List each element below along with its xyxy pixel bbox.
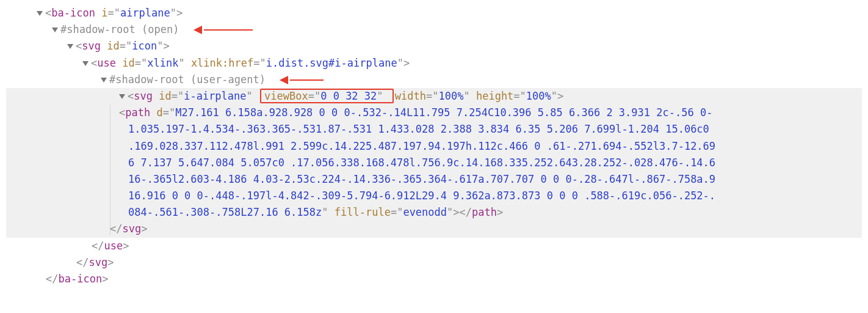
attr-height: height [476, 90, 513, 102]
val-width: 100% [438, 90, 463, 102]
tag-svg-close: svg [122, 223, 141, 235]
tag-svg-close: svg [89, 256, 107, 268]
annotation-arrow-icon [195, 27, 253, 33]
tag-svg: svg [134, 90, 153, 102]
tag-path: path [125, 106, 150, 119]
val-path-d: M27.161 6.158a.928.928 0 0 0-.532-.14L11… [128, 106, 715, 218]
val-height: 100% [526, 90, 551, 102]
chevron-down-icon[interactable] [119, 94, 125, 99]
attr-i: i [101, 7, 107, 19]
attr-xlink-href: xlink:href [191, 57, 253, 69]
attr-id: id [159, 90, 171, 102]
tree-row-shadow-root-user-agent[interactable]: #shadow-root (user-agent) [101, 72, 862, 88]
tree-row-svg-icon[interactable]: <svg id="icon"> [67, 38, 862, 54]
chevron-down-icon[interactable] [52, 28, 58, 32]
attr-fill-rule: fill-rule [335, 206, 391, 218]
tag-ba-icon: ba-icon [51, 7, 95, 19]
chevron-down-icon[interactable] [82, 61, 89, 66]
tree-row-use[interactable]: <use id="xlink" xlink:href="i.dist.svg#i… [82, 55, 862, 72]
chevron-down-icon[interactable] [67, 44, 73, 49]
tree-row-close-ba-icon[interactable]: </ba-icon> [46, 271, 862, 287]
viewbox-highlight: viewBox="0 0 32 32" [260, 89, 394, 103]
shadow-root-user-agent-label: #shadow-root (user-agent) [109, 73, 266, 86]
tree-row-ba-icon-open[interactable]: <ba-icon i="airplane"> [37, 5, 862, 21]
val-airplane: airplane [120, 7, 170, 19]
attr-width: width [395, 90, 426, 102]
tree-row-close-svg-inner[interactable]: </svg> [110, 221, 856, 237]
selected-node-svg-i-airplane[interactable]: <svg id="i-airplane" viewBox="0 0 32 32"… [6, 88, 862, 238]
annotation-arrow-icon [281, 77, 324, 83]
tree-row-svg-i-airplane[interactable]: <svg id="i-airplane" viewBox="0 0 32 32"… [119, 88, 856, 105]
tree-row-close-use[interactable]: </use> [92, 238, 862, 254]
shadow-root-open-label: #shadow-root (open) [60, 23, 179, 35]
val-i-airplane: i-airplane [184, 90, 246, 102]
attr-d: d [156, 106, 162, 119]
tag-path-close: path [472, 206, 497, 218]
chevron-down-icon[interactable] [101, 78, 107, 83]
val-fill-rule: evenodd [403, 206, 447, 218]
chevron-down-icon[interactable] [37, 11, 43, 16]
tag-ba-icon-close: ba-icon [58, 273, 102, 285]
attr-viewbox: viewBox [264, 90, 308, 102]
attr-id: id [107, 40, 119, 52]
tree-row-path[interactable]: <path d="M27.161 6.158a.928.928 0 0 0-.5… [128, 105, 720, 221]
tag-use-close: use [104, 240, 123, 252]
val-xlink-href: i.dist.svg#i-airplane [266, 57, 397, 69]
tree-row-close-svg-outer[interactable]: </svg> [76, 254, 862, 271]
attr-id: id [122, 57, 134, 69]
tree-row-shadow-root-open[interactable]: #shadow-root (open) [52, 21, 862, 38]
val-icon: icon [132, 40, 157, 52]
tag-use: use [97, 57, 116, 69]
tree-guide-line [110, 105, 110, 235]
val-viewbox: 0 0 32 32 [320, 90, 377, 102]
tag-svg: svg [82, 40, 101, 52]
val-xlink: xlink [147, 57, 178, 69]
